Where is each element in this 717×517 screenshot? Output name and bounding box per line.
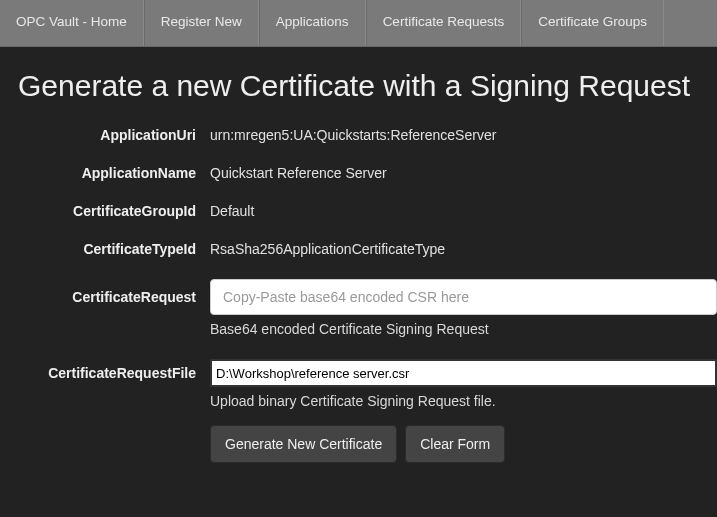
label-certificate-request-file: CertificateRequestFile: [0, 359, 210, 381]
label-certificate-request: CertificateRequest: [0, 279, 210, 305]
label-application-name: ApplicationName: [0, 159, 210, 181]
nav-certificate-requests[interactable]: Certificate Requests: [366, 0, 522, 46]
value-application-name: Quickstart Reference Server: [210, 159, 717, 181]
nav-certificate-groups[interactable]: Certificate Groups: [521, 0, 664, 46]
certificate-request-input[interactable]: [210, 279, 717, 315]
value-application-uri: urn:mregen5:UA:Quickstarts:ReferenceServ…: [210, 121, 717, 143]
label-certificate-type-id: CertificateTypeId: [0, 235, 210, 257]
clear-form-button[interactable]: Clear Form: [405, 425, 505, 463]
certificate-request-file-input[interactable]: [210, 359, 717, 387]
value-certificate-group-id: Default: [210, 197, 717, 219]
generate-new-certificate-button[interactable]: Generate New Certificate: [210, 425, 397, 463]
form: ApplicationUri urn:mregen5:UA:Quickstart…: [0, 121, 717, 463]
label-certificate-group-id: CertificateGroupId: [0, 197, 210, 219]
nav-home[interactable]: OPC Vault - Home: [0, 0, 144, 46]
nav-register-new[interactable]: Register New: [144, 0, 259, 46]
nav-applications[interactable]: Applications: [259, 0, 366, 46]
page-title: Generate a new Certificate with a Signin…: [0, 47, 717, 121]
navbar: OPC Vault - Home Register New Applicatio…: [0, 0, 717, 47]
label-application-uri: ApplicationUri: [0, 121, 210, 143]
help-certificate-request-file: Upload binary Certificate Signing Reques…: [210, 393, 717, 409]
help-certificate-request: Base64 encoded Certificate Signing Reque…: [210, 321, 717, 337]
value-certificate-type-id: RsaSha256ApplicationCertificateType: [210, 235, 717, 257]
